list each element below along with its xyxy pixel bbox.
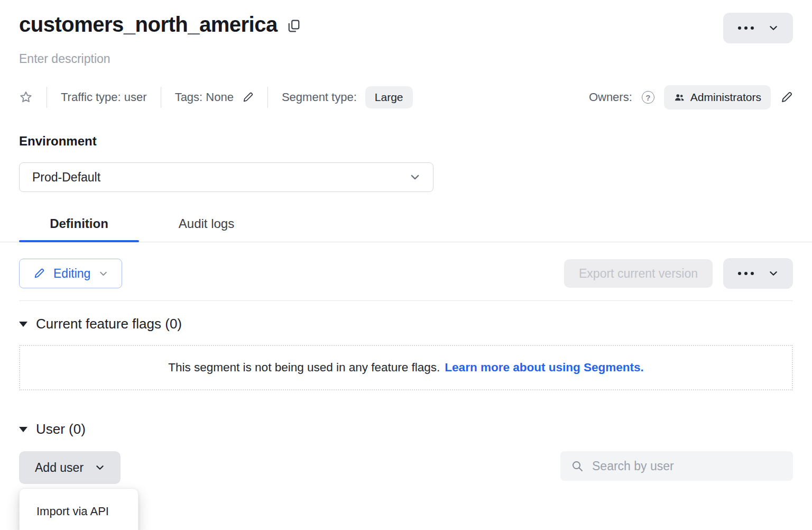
- definition-toolbar: Editing Export current version: [19, 258, 793, 289]
- environment-select[interactable]: Prod-Default: [19, 162, 433, 192]
- header-more-menu-button[interactable]: [723, 13, 793, 43]
- owners-value: Administrators: [690, 91, 761, 104]
- chevron-down-icon: [769, 23, 778, 33]
- segment-type-badge: Large: [365, 86, 413, 108]
- caret-down-icon: [19, 427, 27, 432]
- chevron-down-icon: [95, 463, 105, 472]
- divider: [161, 87, 161, 108]
- segment-page: customers_north_america Enter descriptio…: [0, 0, 812, 484]
- feature-flags-section-header[interactable]: Current feature flags (0): [19, 316, 182, 332]
- add-user-label: Add user: [35, 461, 84, 475]
- edit-tags-icon[interactable]: [242, 92, 254, 103]
- search-icon: [571, 460, 584, 472]
- page-title: customers_north_america: [19, 13, 278, 36]
- caret-down-icon: [19, 322, 27, 327]
- menu-item-import-via-api[interactable]: Import via API: [20, 493, 138, 530]
- user-search-box[interactable]: [560, 451, 793, 481]
- description-placeholder[interactable]: Enter description: [19, 52, 793, 66]
- ellipsis-icon: [738, 26, 754, 30]
- tab-bar: Definition Audit logs: [0, 216, 812, 242]
- environment-label: Environment: [19, 134, 793, 149]
- divider: [267, 87, 268, 108]
- divider: [19, 300, 793, 301]
- help-icon[interactable]: ?: [642, 91, 654, 104]
- copy-icon[interactable]: [288, 20, 300, 32]
- editing-mode-button[interactable]: Editing: [19, 259, 122, 288]
- add-user-dropdown-menu: Import via API: [19, 488, 139, 530]
- feature-flags-empty-state: This segment is not being used in any fe…: [19, 345, 793, 390]
- star-icon[interactable]: [19, 90, 33, 104]
- meta-row: Traffic type: user Tags: None Segment ty…: [19, 85, 793, 109]
- chevron-down-icon: [99, 269, 108, 278]
- tags-label: Tags: None: [175, 90, 234, 104]
- page-header: customers_north_america: [19, 13, 793, 43]
- pencil-icon: [33, 268, 45, 279]
- toolbar-more-menu-button[interactable]: [723, 258, 793, 289]
- traffic-type-label: Traffic type: user: [61, 90, 147, 104]
- export-current-version-button[interactable]: Export current version: [564, 259, 713, 288]
- edit-owners-icon[interactable]: [780, 91, 793, 104]
- user-section-title: User (0): [36, 421, 86, 437]
- user-search-input[interactable]: [591, 459, 782, 474]
- segment-type-item: Segment type: Large: [282, 86, 413, 108]
- tab-definition[interactable]: Definition: [19, 216, 139, 242]
- title-wrap: customers_north_america: [19, 13, 300, 36]
- tags-item: Tags: None: [175, 90, 254, 104]
- add-user-button[interactable]: Add user: [19, 451, 121, 484]
- chevron-down-icon: [769, 269, 778, 278]
- people-icon: [673, 92, 685, 103]
- empty-state-text: This segment is not being used in any fe…: [168, 361, 440, 374]
- user-section-header[interactable]: User (0): [19, 421, 86, 437]
- editing-label: Editing: [53, 267, 90, 281]
- segment-type-label: Segment type:: [282, 90, 357, 104]
- environment-selected-value: Prod-Default: [32, 170, 100, 185]
- tab-audit-logs[interactable]: Audit logs: [146, 216, 266, 242]
- owners-badge[interactable]: Administrators: [664, 85, 771, 109]
- chevron-down-icon: [410, 172, 420, 182]
- divider: [47, 87, 47, 108]
- learn-more-link[interactable]: Learn more about using Segments.: [445, 361, 643, 374]
- toolbar-right: Export current version: [564, 258, 793, 289]
- owners-label: Owners:: [589, 90, 632, 104]
- user-controls: Add user Import via API: [19, 451, 793, 484]
- feature-flags-section-title: Current feature flags (0): [36, 316, 182, 332]
- owners-group: Owners: ? Administrators: [589, 85, 793, 109]
- ellipsis-icon: [738, 272, 754, 275]
